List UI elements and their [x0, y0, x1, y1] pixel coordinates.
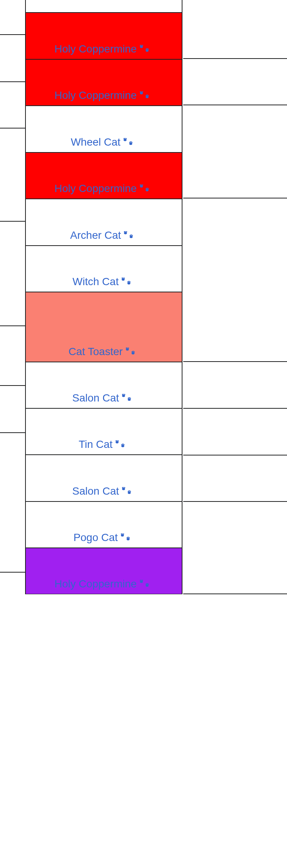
unit-link[interactable]: Cat Toaster	[68, 346, 139, 357]
unit-cell: Gardener Cat	[25, 0, 182, 13]
left-cell	[0, 0, 25, 35]
svg-point-49	[148, 188, 149, 189]
unit-label: Holy Coppermine	[54, 89, 136, 101]
unit-label: Pogo Cat	[73, 532, 118, 543]
svg-point-34	[126, 138, 127, 139]
svg-point-27	[146, 94, 147, 95]
unit-cell: Holy Coppermine	[25, 152, 182, 199]
unit-link[interactable]: Holy Coppermine	[54, 89, 153, 101]
svg-point-29	[148, 95, 149, 96]
svg-point-37	[130, 141, 131, 142]
svg-point-84	[124, 394, 125, 395]
svg-point-107	[128, 490, 130, 491]
svg-point-69	[130, 281, 131, 282]
svg-point-105	[128, 491, 131, 494]
unit-link[interactable]: Salon Cat	[72, 485, 135, 497]
unit-label: Tin Cat	[79, 438, 113, 450]
svg-point-54	[126, 231, 127, 232]
svg-point-67	[128, 281, 129, 282]
right-cell	[183, 502, 287, 594]
unit-cell: Holy Coppermine	[25, 59, 182, 106]
svg-point-77	[132, 351, 133, 352]
unit-link[interactable]: Wheel Cat	[71, 136, 137, 148]
unit-cell: Archer Cat	[25, 199, 182, 246]
unit-cell: Salon Cat	[25, 362, 182, 408]
unit-link[interactable]: Holy Coppermine	[54, 43, 153, 55]
unit-cell: Salon Cat	[25, 455, 182, 501]
unit-cell: Holy Coppermine	[25, 548, 182, 594]
svg-point-45	[146, 189, 149, 191]
svg-point-24	[142, 91, 143, 92]
unit-link[interactable]: Holy Coppermine	[54, 578, 153, 590]
svg-point-30	[124, 138, 127, 141]
unit-link[interactable]: Holy Coppermine	[54, 182, 153, 194]
svg-point-64	[124, 278, 125, 279]
svg-point-79	[134, 351, 135, 352]
unit-label: Holy Coppermine	[54, 578, 136, 590]
svg-point-89	[130, 398, 131, 399]
svg-point-60	[122, 278, 125, 281]
unit-cell: Cat Toaster	[25, 292, 182, 362]
svg-point-90	[116, 441, 119, 443]
svg-point-124	[142, 580, 143, 581]
unit-link[interactable]: Pogo Cat	[73, 532, 134, 543]
svg-point-65	[127, 282, 130, 284]
svg-point-127	[146, 583, 147, 584]
svg-point-47	[146, 187, 147, 189]
right-cell	[183, 59, 287, 105]
svg-point-57	[130, 234, 132, 235]
svg-point-95	[121, 444, 124, 447]
left-cell	[0, 326, 25, 386]
svg-point-55	[130, 235, 133, 238]
unit-link[interactable]: Archer Cat	[70, 229, 138, 241]
left-column-cells	[0, 0, 25, 573]
svg-point-125	[146, 584, 149, 587]
svg-point-120	[140, 580, 143, 583]
unit-cell: Tin Cat	[25, 408, 182, 455]
unit-label: Wheel Cat	[71, 136, 121, 148]
unit-cell: Wheel Cat	[25, 106, 182, 152]
svg-point-75	[132, 352, 135, 354]
svg-point-114	[123, 533, 124, 535]
svg-point-99	[124, 444, 125, 445]
paw-icon	[129, 0, 144, 0]
paw-icon	[122, 231, 137, 241]
unit-link[interactable]: Salon Cat	[72, 392, 135, 404]
left-cell	[0, 222, 25, 326]
unit-label: Archer Cat	[70, 229, 121, 241]
unit-label: Cat Toaster	[68, 346, 123, 357]
unit-cell: Holy Coppermine	[25, 13, 182, 59]
unit-link[interactable]: Gardener Cat	[63, 0, 144, 0]
svg-point-39	[132, 142, 133, 143]
svg-point-104	[124, 487, 125, 488]
svg-point-110	[121, 534, 124, 536]
svg-point-115	[127, 538, 130, 540]
svg-point-14	[142, 45, 143, 46]
svg-point-94	[118, 440, 119, 441]
paw-icon	[119, 533, 134, 543]
unit-label: Gardener Cat	[63, 0, 128, 0]
svg-point-19	[148, 49, 149, 50]
unit-label: Salon Cat	[72, 485, 119, 497]
paw-icon	[138, 45, 153, 55]
right-cell	[183, 198, 287, 362]
paw-icon	[138, 580, 153, 590]
left-cell	[0, 433, 25, 573]
paw-icon	[122, 138, 137, 148]
svg-point-59	[132, 235, 133, 236]
paw-icon	[120, 394, 135, 404]
svg-point-85	[128, 398, 131, 401]
paw-icon	[138, 184, 153, 194]
paw-icon	[120, 487, 135, 497]
unit-label: Salon Cat	[72, 392, 119, 404]
svg-point-25	[146, 95, 149, 98]
unit-link[interactable]: Tin Cat	[79, 438, 129, 450]
right-cell	[183, 362, 287, 409]
unit-link[interactable]: Witch Cat	[73, 276, 135, 287]
left-cell	[0, 35, 25, 82]
svg-point-15	[146, 49, 149, 52]
svg-point-119	[129, 537, 130, 538]
unit-label: Witch Cat	[73, 276, 119, 287]
svg-point-70	[126, 348, 129, 351]
left-cell	[0, 386, 25, 433]
